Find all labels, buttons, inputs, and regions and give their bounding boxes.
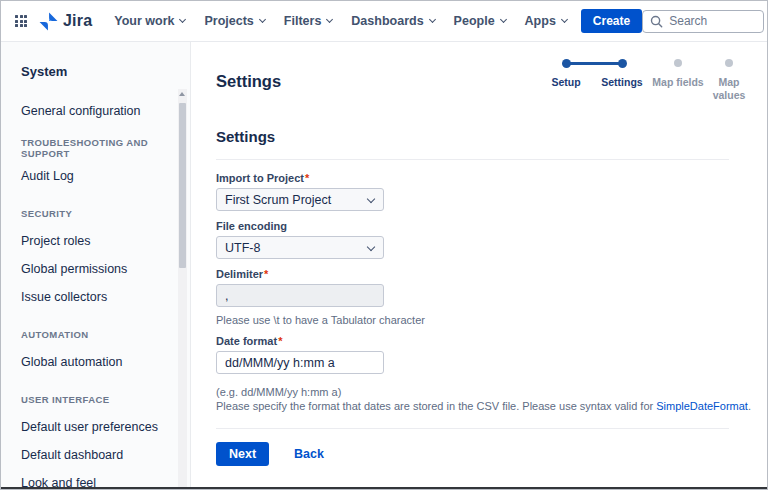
window-bottom-edge: [1, 487, 767, 489]
nav-dashboards[interactable]: Dashboards: [351, 14, 434, 28]
app-switcher-icon[interactable]: [15, 15, 27, 27]
date-format-help-text: Please specify the format that dates are…: [216, 400, 752, 412]
required-asterisk: *: [264, 268, 268, 280]
delimiter-help-text: Please use \t to have a Tabulator charac…: [216, 314, 752, 326]
chevron-down-icon: [561, 16, 568, 23]
nav-projects[interactable]: Projects: [204, 14, 264, 28]
search-icon: [650, 15, 663, 28]
delimiter-input[interactable]: [216, 284, 384, 307]
scrollbar-up-arrow-icon[interactable]: [179, 92, 185, 96]
sidebar-item-project-roles[interactable]: Project roles: [21, 227, 190, 255]
delimiter-group: Delimiter*: [216, 268, 384, 307]
sidebar-item-default-dashboard[interactable]: Default dashboard: [21, 441, 190, 469]
step-dot: [725, 59, 733, 67]
date-format-input[interactable]: [216, 351, 384, 374]
file-encoding-group: File encoding UTF-8: [216, 220, 384, 259]
step-connector: [566, 62, 622, 65]
chevron-down-icon: [500, 16, 507, 23]
jira-logo[interactable]: Jira: [39, 12, 92, 31]
sidebar-item-global-automation[interactable]: Global automation: [21, 348, 190, 376]
sidebar-section-troubleshooting: TROUBLESHOOTING AND SUPPORT: [21, 134, 190, 162]
search-input[interactable]: [669, 14, 754, 28]
chevron-down-icon: [179, 16, 186, 23]
divider: [216, 428, 729, 429]
chevron-down-icon: [259, 16, 266, 23]
chevron-down-icon: [367, 195, 375, 203]
sidebar-item-look-and-feel[interactable]: Look and feel: [21, 469, 190, 489]
brand-name: Jira: [63, 12, 92, 30]
sidebar-item-audit-log[interactable]: Audit Log: [21, 162, 190, 190]
search-box[interactable]: [642, 10, 764, 33]
jira-window: Jira Your work Projects Filters Dashboar…: [0, 0, 768, 490]
nav-apps[interactable]: Apps: [525, 14, 567, 28]
step-map-fields: Map fields: [650, 59, 706, 102]
sidebar-section-security: SECURITY: [21, 199, 190, 227]
back-link[interactable]: Back: [294, 447, 324, 461]
sidebar-scrollbar[interactable]: [178, 89, 187, 489]
delimiter-label: Delimiter*: [216, 268, 384, 280]
form-section-title: Settings: [216, 128, 752, 145]
page-title: Settings: [216, 72, 281, 91]
sidebar-section-user-interface: USER INTERFACE: [21, 385, 190, 413]
file-encoding-select[interactable]: UTF-8: [216, 236, 384, 259]
sidebar-item-general-configuration[interactable]: General configuration: [21, 97, 190, 125]
date-format-example: (e.g. dd/MMM/yy h:mm a): [216, 386, 752, 398]
chevron-down-icon: [367, 243, 375, 251]
step-map-values: Map values: [706, 59, 752, 102]
step-dot: [674, 59, 682, 67]
sidebar-item-issue-collectors[interactable]: Issue collectors: [21, 283, 190, 311]
sidebar-section-automation: AUTOMATION: [21, 320, 190, 348]
date-format-group: Date format*: [216, 335, 384, 374]
chevron-down-icon: [429, 16, 436, 23]
required-asterisk: *: [305, 172, 309, 184]
admin-sidebar: System General configuration TROUBLESHOO…: [1, 42, 191, 489]
step-setup: Setup: [538, 59, 594, 102]
divider: [216, 159, 729, 160]
import-wizard-stepper: Setup Settings Map fields Map values: [538, 59, 752, 102]
nav-filters[interactable]: Filters: [284, 14, 333, 28]
date-format-label: Date format*: [216, 335, 384, 347]
import-project-group: Import to Project* First Scrum Project: [216, 172, 384, 211]
top-navbar: Jira Your work Projects Filters Dashboar…: [1, 1, 767, 42]
sidebar-item-default-user-preferences[interactable]: Default user preferences: [21, 413, 190, 441]
simpledateformat-link[interactable]: SimpleDateFormat: [656, 400, 748, 412]
nav-your-work[interactable]: Your work: [114, 14, 185, 28]
main-content: Settings Setup Settings Map fields: [191, 42, 767, 489]
step-dot: [562, 59, 571, 68]
sidebar-title: System: [21, 64, 190, 79]
nav-people[interactable]: People: [454, 14, 506, 28]
import-project-select[interactable]: First Scrum Project: [216, 188, 384, 211]
required-asterisk: *: [278, 335, 282, 347]
create-button[interactable]: Create: [581, 9, 642, 33]
sidebar-item-global-permissions[interactable]: Global permissions: [21, 255, 190, 283]
next-button[interactable]: Next: [216, 442, 269, 466]
step-settings: Settings: [594, 59, 650, 102]
import-project-label: Import to Project*: [216, 172, 384, 184]
step-dot: [618, 59, 627, 68]
jira-mark-icon: [39, 12, 63, 31]
chevron-down-icon: [326, 16, 333, 23]
file-encoding-label: File encoding: [216, 220, 384, 232]
scrollbar-thumb[interactable]: [179, 103, 186, 268]
